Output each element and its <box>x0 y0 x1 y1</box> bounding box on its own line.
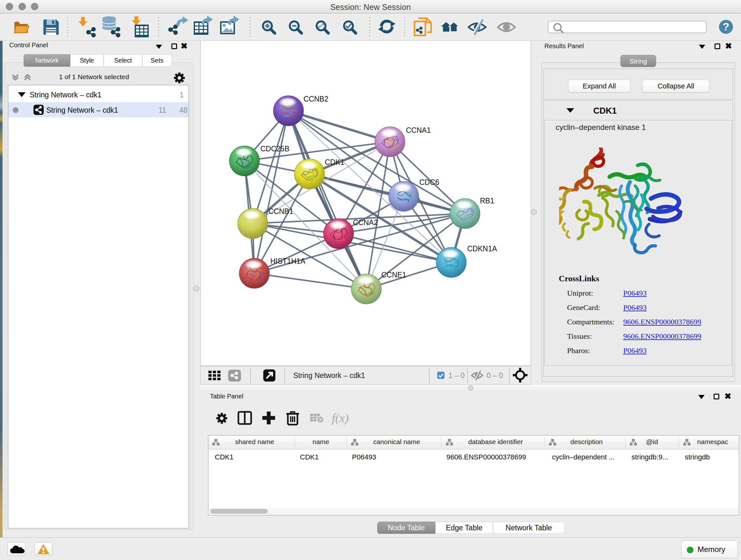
svg-text:CCNE1: CCNE1 <box>381 271 406 279</box>
svg-text:CCNB2: CCNB2 <box>304 95 328 103</box>
svg-text:CDKN1A: CDKN1A <box>467 245 497 253</box>
svg-text:f(x): f(x) <box>332 411 349 425</box>
svg-text:RB1: RB1 <box>480 197 494 205</box>
svg-text:CDK1: CDK1 <box>325 158 344 166</box>
svg-text:CDC25B: CDC25B <box>260 145 289 153</box>
svg-text:0 – 0: 0 – 0 <box>487 371 503 380</box>
svg-text:CCNA1: CCNA1 <box>406 126 431 134</box>
svg-text:CDC6: CDC6 <box>419 178 440 186</box>
svg-text:CCNA2: CCNA2 <box>353 219 378 227</box>
svg-text:String Network – cdk1: String Network – cdk1 <box>293 371 365 380</box>
svg-text:1 – 0: 1 – 0 <box>448 371 465 380</box>
svg-text:?: ? <box>723 20 730 33</box>
svg-text:HIST1H1A: HIST1H1A <box>270 257 306 265</box>
svg-text:CCNB1: CCNB1 <box>268 207 293 215</box>
